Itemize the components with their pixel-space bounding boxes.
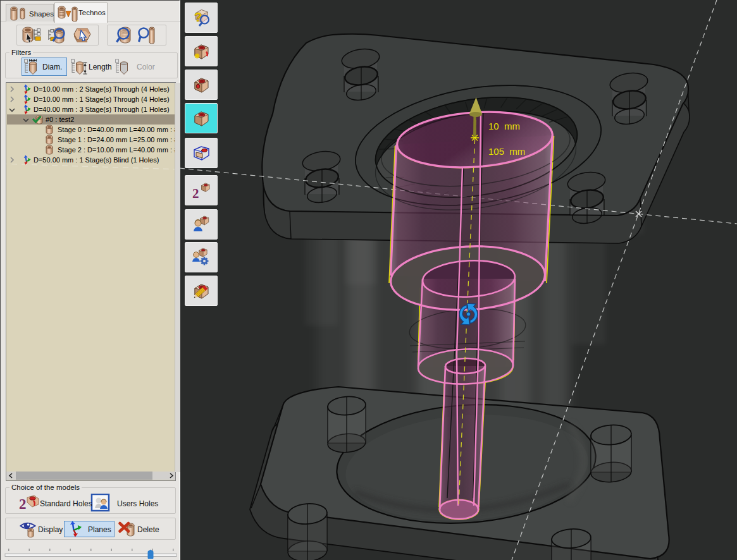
- svg-text:105 mm: 105 mm: [488, 146, 525, 157]
- svg-text:2: 2: [19, 496, 27, 512]
- svg-text:10 mm: 10 mm: [488, 121, 520, 131]
- svg-text:2: 2: [192, 186, 199, 201]
